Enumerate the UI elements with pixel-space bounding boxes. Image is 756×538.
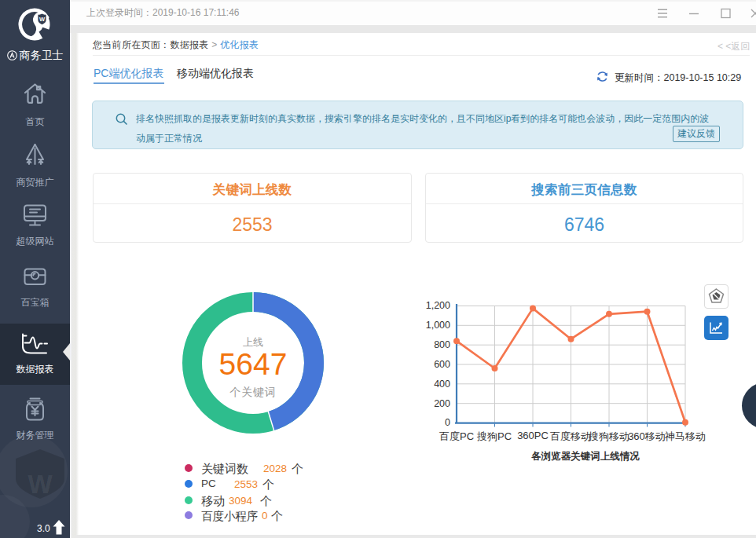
svg-text:W: W	[28, 470, 53, 499]
svg-text:W: W	[39, 16, 46, 23]
